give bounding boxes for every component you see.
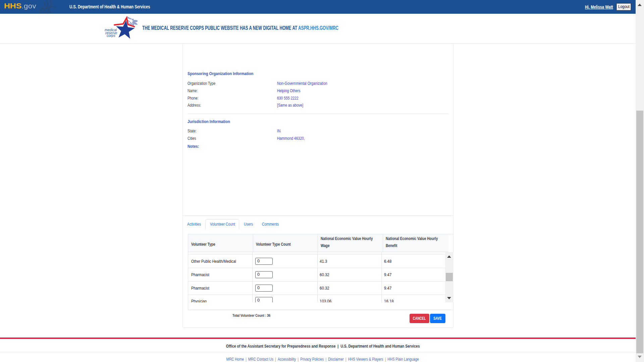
svg-text:corps: corps bbox=[107, 34, 115, 38]
